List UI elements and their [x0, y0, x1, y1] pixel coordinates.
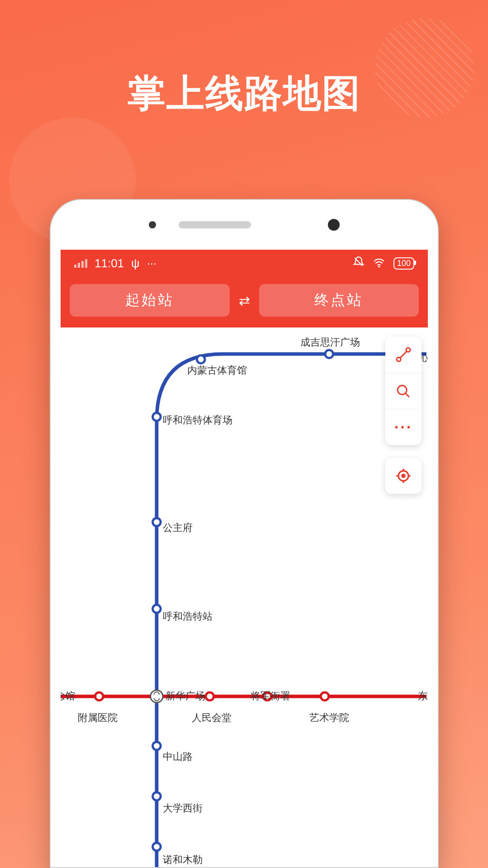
- screen: 11:01 ψ ··· 100 起始站: [61, 250, 428, 867]
- svg-point-8: [153, 792, 161, 801]
- station-label[interactable]: 内蒙古体育馆: [187, 364, 247, 377]
- locate-button[interactable]: [385, 458, 422, 494]
- station-label[interactable]: 呼和浩特体育场: [163, 413, 232, 427]
- status-time: 11:01: [95, 256, 124, 270]
- front-camera: [328, 219, 340, 231]
- usb-icon: ψ: [131, 256, 140, 270]
- promo-title: 掌上线路地图: [0, 68, 488, 119]
- interchange-station-icon: [151, 690, 163, 702]
- svg-point-10: [95, 693, 103, 701]
- station-label[interactable]: 成吉思汗广场: [300, 336, 360, 349]
- swap-icon[interactable]: ⇄: [239, 293, 250, 308]
- end-station-label: 终点站: [314, 290, 363, 310]
- svg-point-19: [402, 474, 405, 477]
- station-label[interactable]: 附属医院: [78, 711, 118, 725]
- station-label[interactable]: 新华广场: [166, 689, 205, 703]
- station-label[interactable]: 夫纪念馆: [61, 689, 75, 703]
- svg-point-9: [153, 843, 161, 851]
- more-tool-button[interactable]: ···: [385, 409, 422, 445]
- start-station-button[interactable]: 起始站: [70, 284, 230, 317]
- route-icon: [395, 346, 412, 363]
- mute-icon: [353, 256, 365, 271]
- station-label[interactable]: 公主府: [163, 521, 193, 535]
- station-label[interactable]: 中山路: [163, 750, 193, 764]
- search-tool-button[interactable]: [385, 373, 422, 409]
- station-label[interactable]: 将军衙署: [251, 689, 290, 703]
- more-dots-icon: ···: [147, 256, 157, 270]
- station-label[interactable]: 大学西街: [163, 802, 203, 815]
- svg-point-5: [153, 518, 161, 526]
- svg-point-0: [379, 266, 379, 267]
- map-svg: [61, 327, 428, 867]
- svg-point-3: [197, 356, 205, 364]
- svg-point-2: [325, 350, 333, 358]
- search-icon: [396, 384, 411, 399]
- battery-indicator: 100: [393, 257, 414, 270]
- station-label[interactable]: 人民会堂: [192, 711, 232, 725]
- phone-bezel: [51, 200, 438, 250]
- station-label[interactable]: 诺和木勒: [163, 853, 203, 867]
- map-tools-panel: ···: [385, 337, 422, 445]
- station-label[interactable]: 呼和浩特站: [163, 610, 213, 623]
- svg-point-7: [153, 742, 161, 750]
- svg-point-13: [321, 693, 329, 701]
- svg-point-6: [153, 605, 161, 613]
- route-header: 起始站 ⇄ 终点站: [61, 277, 428, 327]
- speaker-slot: [179, 221, 251, 228]
- metro-map[interactable]: 成吉思汗广场 沁 内蒙古体育馆 呼和浩特体育场 公主府 呼和浩特站 新华广场 中…: [61, 327, 428, 867]
- locate-icon: [395, 467, 412, 484]
- svg-point-17: [398, 385, 407, 394]
- station-label[interactable]: 艺术学院: [309, 711, 349, 725]
- wifi-icon: [373, 256, 385, 270]
- end-station-button[interactable]: 终点站: [259, 284, 419, 317]
- status-bar: 11:01 ψ ··· 100: [61, 250, 428, 277]
- svg-point-4: [153, 413, 161, 421]
- svg-point-11: [206, 693, 214, 701]
- signal-icon: [74, 259, 87, 268]
- more-icon: ···: [394, 418, 412, 436]
- station-label[interactable]: 东: [418, 689, 428, 703]
- route-tool-button[interactable]: [385, 337, 422, 373]
- start-station-label: 起始站: [125, 290, 174, 310]
- sensor-dot: [149, 221, 156, 228]
- phone-mockup: 11:01 ψ ··· 100 起始站: [50, 199, 439, 868]
